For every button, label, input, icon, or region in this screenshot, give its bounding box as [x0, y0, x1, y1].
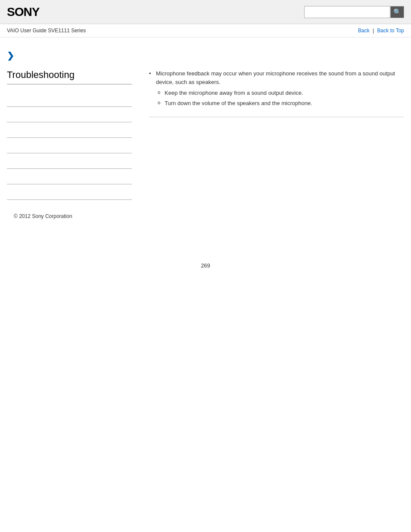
- content-layout: Troubleshooting: [7, 69, 404, 200]
- sub-text-2: Turn down the volume of the speakers and…: [165, 100, 312, 106]
- search-input[interactable]: [304, 6, 390, 18]
- sub-text-1: Keep the microphone away from a sound ou…: [165, 90, 303, 96]
- list-item[interactable]: [7, 184, 132, 200]
- page-footer: © 2012 Sony Corporation: [7, 213, 404, 219]
- search-button[interactable]: 🔍: [390, 6, 404, 18]
- sub-list: Keep the microphone away from a sound ou…: [156, 89, 404, 107]
- bullet-list: Microphone feedback may occur when your …: [149, 69, 404, 107]
- breadcrumb: VAIO User Guide SVE1111 Series: [7, 28, 86, 34]
- page-header: SONY 🔍: [0, 0, 411, 24]
- list-item[interactable]: [7, 153, 132, 169]
- sub-list-item: Keep the microphone away from a sound ou…: [156, 89, 404, 97]
- main-content: ❯ Troubleshooting: [0, 37, 411, 236]
- content-section: Microphone feedback may occur when your …: [149, 69, 404, 117]
- bullet-text-1: Microphone feedback may occur when your …: [156, 70, 395, 85]
- sidebar-links: [7, 91, 132, 200]
- list-item: Microphone feedback may occur when your …: [149, 69, 404, 107]
- nav-bar: VAIO User Guide SVE1111 Series Back | Ba…: [0, 24, 411, 37]
- page-number: 269: [0, 262, 411, 277]
- back-to-top-link[interactable]: Back to Top: [377, 28, 404, 34]
- nav-links: Back | Back to Top: [358, 28, 404, 34]
- search-icon: 🔍: [393, 8, 402, 16]
- sony-logo: SONY: [7, 5, 39, 19]
- nav-separator: |: [373, 28, 374, 34]
- sidebar: Troubleshooting: [7, 69, 140, 200]
- chevron-right-icon: ❯: [7, 51, 14, 60]
- copyright-text: © 2012 Sony Corporation: [14, 213, 72, 219]
- sub-list-item: Turn down the volume of the speakers and…: [156, 99, 404, 108]
- search-container: 🔍: [304, 6, 404, 18]
- list-item[interactable]: [7, 169, 132, 184]
- chevron-row: ❯: [7, 50, 404, 61]
- main-panel: Microphone feedback may occur when your …: [140, 69, 404, 200]
- list-item[interactable]: [7, 107, 132, 122]
- back-link[interactable]: Back: [358, 28, 370, 34]
- list-item[interactable]: [7, 138, 132, 153]
- sidebar-title: Troubleshooting: [7, 69, 132, 84]
- list-item[interactable]: [7, 91, 132, 107]
- list-item[interactable]: [7, 122, 132, 138]
